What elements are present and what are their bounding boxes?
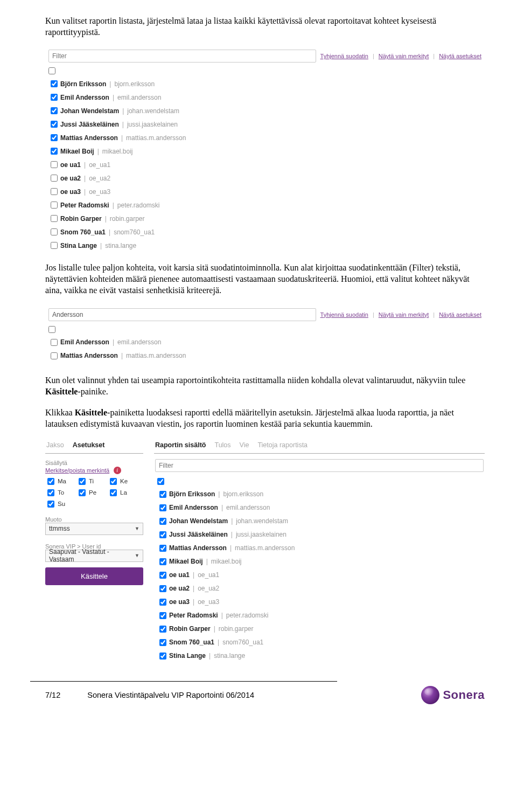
user-id-select[interactable]: Saapuvat - Vastatut - Vastaam ▼ [45, 550, 143, 562]
select-all-checkbox[interactable] [157, 478, 164, 485]
list-item: Johan Wendelstam|johan.wendelstam [48, 104, 481, 117]
paragraph: Klikkaa Käsittele-painiketta luodaksesi … [45, 407, 485, 429]
paragraph: Kun olet valinnut yhden tai useampia rap… [45, 374, 485, 397]
item-checkbox[interactable] [159, 531, 166, 538]
item-checkbox[interactable] [159, 572, 166, 579]
show-settings-link[interactable]: Näytä asetukset [439, 311, 481, 318]
day-pe[interactable] [79, 489, 86, 496]
item-label: Emil Andersson|emil.andersson [60, 94, 161, 101]
item-checkbox[interactable] [51, 134, 58, 141]
item-checkbox[interactable] [159, 612, 166, 619]
item-checkbox[interactable] [51, 107, 58, 114]
target-list: Björn Eriksson|bjorn.erikssonEmil Anders… [154, 488, 485, 665]
day-ma[interactable] [47, 478, 54, 485]
tab-period[interactable]: Jakso [46, 441, 64, 449]
filter-input[interactable] [48, 308, 316, 321]
show-marked-link[interactable]: Näytä vain merkityt [379, 311, 429, 318]
item-checkbox[interactable] [159, 504, 166, 511]
item-checkbox[interactable] [51, 94, 58, 101]
filter-links: Tyhjennä suodatin | Näytä vain merkityt … [320, 53, 481, 59]
filter-links: Tyhjennä suodatin | Näytä vain merkityt … [320, 311, 481, 318]
paragraph: Jos listalle tulee paljon kohteita, voit… [45, 262, 485, 296]
tab-about-report[interactable]: Tietoja raportista [257, 441, 308, 449]
format-select[interactable]: ttmmss ▼ [45, 523, 143, 535]
list-item: oe ua1|oe_ua1 [157, 568, 481, 582]
tab-report-content[interactable]: Raportin sisältö [155, 441, 206, 449]
day-grid: Ma Ti Ke To Pe La Su [45, 474, 143, 513]
list-item: Björn Eriksson|bjorn.eriksson [48, 77, 481, 91]
day-su[interactable] [47, 501, 54, 508]
list-item: oe ua3|oe_ua3 [157, 595, 481, 609]
show-marked-link[interactable]: Näytä vain merkityt [379, 53, 429, 59]
item-checkbox[interactable] [51, 242, 58, 249]
item-checkbox[interactable] [159, 626, 166, 633]
list-item: oe ua3|oe_ua3 [48, 185, 481, 198]
logo-text: Sonera [443, 688, 485, 702]
item-checkbox[interactable] [51, 339, 58, 346]
item-checkbox[interactable] [159, 491, 166, 498]
footer-divider [30, 681, 337, 682]
list-item: Mattias Andersson|mattias.m.andersson [48, 349, 481, 363]
item-label: Mattias Andersson|mattias.m.andersson [60, 134, 186, 142]
item-checkbox[interactable] [159, 585, 166, 592]
item-label: Stina Lange|stina.lange [60, 242, 136, 249]
clear-filter-link[interactable]: Tyhjennä suodatin [320, 53, 368, 59]
list-item: Björn Eriksson|bjorn.eriksson [157, 488, 481, 501]
day-la[interactable] [110, 489, 117, 496]
filter-list-panel-1: Tyhjennä suodatin | Näytä vain merkityt … [45, 47, 485, 254]
list-item: Johan Wendelstam|johan.wendelstam [157, 515, 481, 528]
item-checkbox[interactable] [51, 161, 58, 168]
item-checkbox[interactable] [159, 639, 166, 646]
tab-settings[interactable]: Asetukset [73, 441, 105, 449]
filter-input[interactable] [48, 50, 316, 63]
tab-export[interactable]: Vie [240, 441, 249, 449]
chevron-down-icon: ▼ [135, 526, 139, 531]
item-label: Emil Andersson|emil.andersson [60, 338, 161, 346]
list-item: Snom 760_ua1|snom760_ua1 [157, 636, 481, 649]
process-button[interactable]: Käsittele [45, 567, 143, 585]
item-label: oe ua1|oe_ua1 [169, 571, 219, 579]
item-checkbox[interactable] [51, 215, 58, 222]
item-checkbox[interactable] [51, 188, 58, 195]
list-item: Emil Andersson|emil.andersson [48, 91, 481, 104]
list-item: Snom 760_ua1|snom760_ua1 [48, 225, 481, 239]
item-label: Peter Radomski|peter.radomski [169, 612, 269, 619]
page-number: 7/12 [45, 691, 60, 699]
toggle-mark-link[interactable]: Merkitse/poista merkintä [45, 467, 109, 474]
item-checkbox[interactable] [51, 202, 58, 209]
item-checkbox[interactable] [159, 545, 166, 552]
item-checkbox[interactable] [51, 80, 58, 87]
item-label: Mattias Andersson|mattias.m.andersson [169, 544, 295, 552]
item-checkbox[interactable] [159, 518, 166, 525]
item-label: Robin Garper|robin.garper [169, 625, 254, 633]
show-settings-link[interactable]: Näytä asetukset [439, 53, 481, 59]
item-label: oe ua2|oe_ua2 [60, 175, 110, 182]
list-item: oe ua2|oe_ua2 [48, 171, 481, 185]
item-checkbox[interactable] [159, 653, 166, 660]
item-checkbox[interactable] [159, 558, 166, 565]
day-ke[interactable] [110, 478, 117, 485]
filter-input[interactable] [155, 459, 484, 472]
select-all-checkbox[interactable] [48, 67, 55, 74]
tab-result[interactable]: Tulos [214, 441, 230, 449]
item-checkbox[interactable] [51, 228, 58, 235]
day-ti[interactable] [79, 478, 86, 485]
target-list: Björn Eriksson|bjorn.erikssonEmil Anders… [45, 77, 485, 254]
paragraph: Kun valitset raportin listasta, järjeste… [45, 15, 485, 38]
clear-filter-link[interactable]: Tyhjennä suodatin [320, 311, 368, 318]
item-label: Jussi Jääskeläinen|jussi.jaaskelainen [60, 121, 178, 128]
item-checkbox[interactable] [51, 175, 58, 182]
list-item: Emil Andersson|emil.andersson [157, 501, 481, 515]
info-icon[interactable]: i [114, 467, 121, 474]
item-label: Snom 760_ua1|snom760_ua1 [169, 639, 263, 646]
list-item: oe ua2|oe_ua2 [157, 582, 481, 595]
item-label: Johan Wendelstam|johan.wendelstam [169, 517, 288, 525]
select-all-checkbox[interactable] [48, 326, 55, 333]
item-checkbox[interactable] [51, 121, 58, 128]
list-item: Mattias Andersson|mattias.m.andersson [48, 131, 481, 144]
item-checkbox[interactable] [159, 599, 166, 606]
item-checkbox[interactable] [51, 352, 58, 359]
day-to[interactable] [47, 489, 54, 496]
item-checkbox[interactable] [51, 148, 58, 155]
item-label: Jussi Jääskeläinen|jussi.jaaskelainen [169, 531, 287, 538]
